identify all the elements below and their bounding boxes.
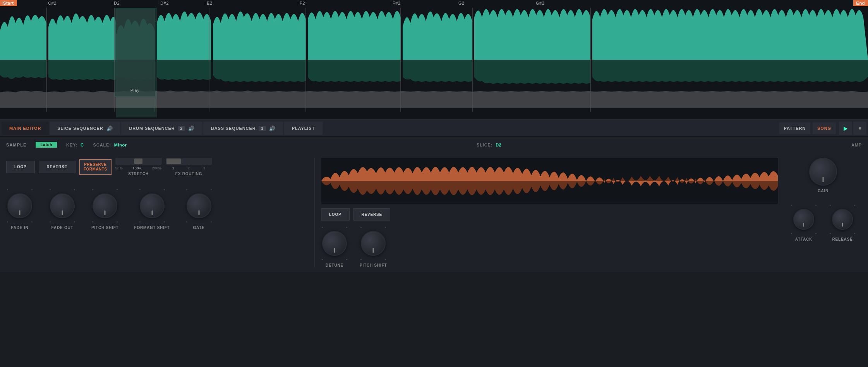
fade-out-knob[interactable]	[50, 193, 75, 218]
drum-badge: 2	[178, 126, 185, 131]
attack-knob[interactable]	[793, 209, 814, 230]
tab-playlist[interactable]: PLAYLIST	[284, 122, 322, 135]
play-stop-group: ▶ ■	[839, 122, 866, 135]
fade-in-tick-bottom	[6, 221, 33, 222]
slice-reverse-button[interactable]: REVERSE	[353, 208, 390, 221]
tab-slice-sequencer-label: SLICE SEQUENCER	[57, 126, 103, 131]
play-button[interactable]: ▶	[839, 122, 852, 135]
detune-label: DETUNE	[326, 263, 343, 267]
play-icon: ▶	[844, 125, 848, 131]
gain-knob-group: GAIN	[809, 158, 837, 193]
slice-pitch-shift-label: PITCH SHIFT	[360, 263, 387, 267]
attack-release-row: ATTACK RELEASE	[790, 205, 856, 241]
start-marker[interactable]: Start	[0, 0, 17, 6]
end-marker[interactable]: End	[853, 0, 868, 6]
stretch-group: 50% 100% 200% STRETCH	[115, 158, 162, 176]
formant-shift-knob[interactable]	[140, 193, 165, 218]
main-knobs-row: FADE IN FADE OUT	[6, 189, 308, 230]
tick-dot	[211, 221, 212, 222]
waveform-section: Start End C2 C#2 D2 D#2 E2 F2 F#2 G2 G#2…	[0, 0, 868, 120]
fade-out-label: FADE OUT	[51, 226, 74, 230]
slice-value: D2	[496, 143, 501, 147]
slice-pitch-shift-knob[interactable]	[361, 231, 386, 256]
fx-routing-handle[interactable]	[166, 159, 181, 164]
scale-value: Minor	[114, 143, 127, 147]
attack-label: ATTACK	[795, 237, 812, 241]
latch-button[interactable]: Latch	[36, 142, 57, 148]
tick-dot	[7, 221, 8, 222]
slice-speaker-icon: 🔊	[106, 126, 113, 131]
tick-dot	[385, 227, 386, 228]
tick-dot	[815, 205, 817, 206]
pattern-button[interactable]: PATTERN	[779, 122, 810, 134]
tick-dot	[791, 205, 792, 206]
tick-dot	[830, 205, 831, 206]
formant-shift-tick-bottom	[139, 221, 166, 222]
tab-bass-sequencer[interactable]: BASS SEQUENCER 3 🔊	[203, 122, 283, 135]
pitch-shift-knob[interactable]	[93, 193, 117, 218]
tab-slice-sequencer[interactable]: SLICE SEQUENCER 🔊	[50, 122, 120, 135]
slice-loop-button[interactable]: LOOP	[321, 208, 350, 221]
preserve-formants-button[interactable]: PRESERVEFORMANTS	[79, 159, 112, 175]
tick-dot	[31, 221, 33, 222]
tab-main-editor[interactable]: MAIN EDITOR	[2, 122, 49, 135]
slice-group: SLICE: D2	[477, 143, 502, 147]
fade-out-knob-group: FADE OUT	[49, 189, 76, 230]
tick-dot	[854, 233, 855, 234]
tick-dot	[50, 189, 51, 190]
navigation-bar: MAIN EDITOR SLICE SEQUENCER 🔊 DRUM SEQUE…	[0, 120, 868, 137]
tick-dot	[92, 189, 93, 190]
tick-dot	[385, 259, 386, 260]
formant-shift-tick-top	[139, 189, 166, 190]
tick-dot	[164, 221, 165, 222]
detune-knob[interactable]	[322, 231, 347, 256]
slice-button-row: LOOP REVERSE	[321, 208, 778, 221]
gain-knob[interactable]	[809, 158, 837, 186]
stop-button[interactable]: ■	[853, 122, 866, 135]
gain-label: GAIN	[818, 189, 829, 193]
tick-dot	[791, 233, 792, 234]
reverse-button[interactable]: REVERSE	[39, 161, 75, 173]
tick-dot	[117, 189, 118, 190]
fx-tick-1: 1	[172, 166, 175, 170]
gate-knob-group: GATE	[185, 189, 213, 230]
play-label: Play	[130, 88, 140, 93]
stretch-slider[interactable]	[115, 158, 162, 165]
tab-drum-sequencer[interactable]: DRUM SEQUENCER 2 🔊	[121, 122, 202, 135]
formant-shift-knob-group: FORMANT SHIFT	[134, 189, 170, 230]
slice-label: SLICE:	[477, 143, 492, 147]
tick-dot	[50, 221, 51, 222]
tick-dot	[164, 189, 165, 190]
stretch-label: STRETCH	[128, 172, 149, 176]
main-button-row: LOOP REVERSE PRESERVEFORMANTS 50% 100% 2…	[6, 158, 308, 176]
release-knob[interactable]	[832, 209, 853, 230]
pitch-shift-label: PITCH SHIFT	[91, 226, 118, 230]
tick-dot	[92, 221, 93, 222]
fx-routing-label: FX ROUTING	[175, 172, 202, 176]
fx-tick-3: 3	[203, 166, 206, 170]
slice-pitch-shift-knob-group: PITCH SHIFT	[360, 227, 387, 267]
key-group: KEY: C	[66, 143, 84, 147]
song-button[interactable]: SONG	[813, 122, 836, 134]
fade-in-knob-group: FADE IN	[6, 189, 33, 230]
stretch-tick-50: 50%	[115, 166, 123, 170]
gate-knob[interactable]	[187, 193, 211, 218]
gate-tick-bottom	[185, 221, 213, 222]
stretch-handle[interactable]	[134, 159, 142, 164]
key-value: C	[81, 143, 84, 147]
bass-badge: 3	[259, 126, 266, 131]
tick-dot	[360, 259, 362, 260]
amp-label: AMP	[851, 143, 862, 147]
fx-routing-slider[interactable]	[166, 158, 212, 165]
slice-overlay[interactable]: Play	[115, 8, 155, 97]
editor-header: SAMPLE Latch KEY: C SCALE: Minor SLICE: …	[6, 142, 862, 148]
fx-tick-2: 2	[188, 166, 190, 170]
stretch-ticks: 50% 100% 200%	[115, 166, 162, 170]
tab-playlist-label: PLAYLIST	[292, 126, 315, 131]
tick-dot	[815, 233, 817, 234]
slice-knobs-row: DETUNE PITCH SHIFT	[321, 227, 778, 267]
fade-in-knob[interactable]	[7, 193, 32, 218]
slice-waveform-display	[321, 158, 778, 204]
tab-drum-sequencer-label: DRUM SEQUENCER	[129, 126, 175, 131]
loop-button[interactable]: LOOP	[6, 161, 35, 173]
